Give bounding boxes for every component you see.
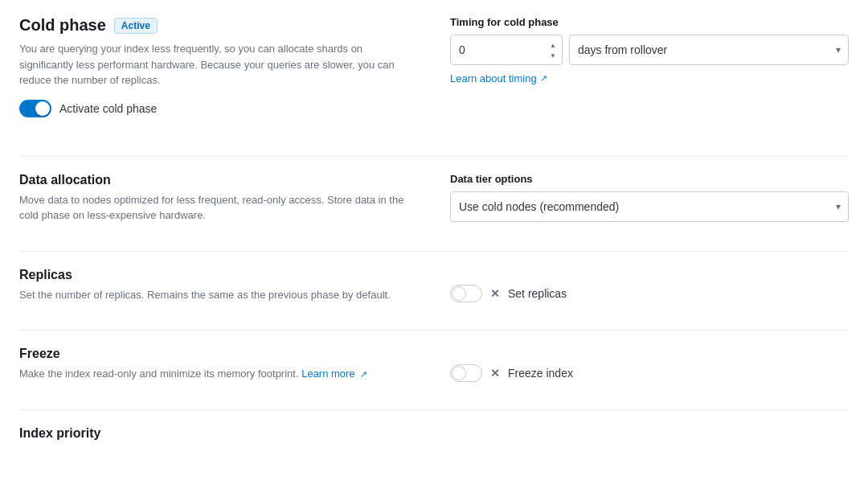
data-tier-label: Data tier options <box>450 173 849 185</box>
data-allocation-title: Data allocation <box>19 173 418 187</box>
data-tier-select-wrap: Use cold nodes (recommended) Use warm or… <box>450 191 849 222</box>
timing-select-wrap: days from rollover hours from rollover m… <box>569 35 849 65</box>
toggle-thumb <box>35 101 50 116</box>
data-tier-dropdown[interactable]: Use cold nodes (recommended) Use warm or… <box>450 191 849 222</box>
learn-about-timing-link[interactable]: Learn about timing ↗ <box>450 72 547 84</box>
freeze-left: Freeze Make the index read-only and mini… <box>19 347 418 393</box>
phase-description: You are querying your index less frequen… <box>19 41 418 88</box>
cold-phase-panel: Cold phase Active You are querying your … <box>0 0 868 462</box>
replicas-section: Replicas Set the number of replicas. Rem… <box>19 251 849 331</box>
replicas-toggle-thumb <box>452 286 466 301</box>
freeze-learn-more-link[interactable]: Learn more ↗ <box>301 366 366 382</box>
learn-timing-text: Learn about timing <box>450 72 537 84</box>
activate-toggle-row: Activate cold phase <box>19 100 418 117</box>
data-allocation-section: Data allocation Move data to nodes optim… <box>19 156 849 251</box>
replicas-toggle-row: ✕ Set replicas <box>450 285 567 302</box>
replicas-x-icon: ✕ <box>490 287 500 300</box>
data-allocation-left: Data allocation Move data to nodes optim… <box>19 173 418 235</box>
spinner-buttons: ▲ ▼ <box>547 40 559 60</box>
data-allocation-right: Data tier options Use cold nodes (recomm… <box>450 173 849 235</box>
freeze-external-icon: ↗ <box>360 368 367 381</box>
external-link-icon: ↗ <box>540 73 547 84</box>
phase-header-left: Cold phase Active You are querying your … <box>19 16 418 140</box>
activate-toggle-label: Activate cold phase <box>59 102 157 115</box>
active-badge: Active <box>114 18 158 34</box>
index-priority-section: Index priority <box>19 409 849 441</box>
index-priority-title: Index priority <box>19 426 849 441</box>
freeze-description: Make the index read-only and minimize it… <box>19 366 418 382</box>
freeze-x-icon: ✕ <box>490 367 500 380</box>
activate-toggle[interactable] <box>19 100 51 117</box>
data-allocation-description: Move data to nodes optimized for less fr… <box>19 192 418 224</box>
freeze-learn-more-text: Learn more <box>301 366 354 382</box>
freeze-toggle[interactable] <box>450 364 482 382</box>
freeze-toggle-row: ✕ Freeze index <box>450 364 573 382</box>
timing-section: Timing for cold phase ▲ ▼ days from roll… <box>450 16 849 84</box>
spinner-down[interactable]: ▼ <box>547 51 559 60</box>
freeze-label: Freeze index <box>508 367 573 380</box>
replicas-label: Set replicas <box>508 287 567 300</box>
timing-number-wrap: ▲ ▼ <box>450 35 563 65</box>
replicas-toggle[interactable] <box>450 285 482 302</box>
replicas-description: Set the number of replicas. Remains the … <box>19 287 418 303</box>
replicas-right: ✕ Set replicas <box>450 268 849 314</box>
spinner-up[interactable]: ▲ <box>547 40 559 50</box>
timing-label: Timing for cold phase <box>450 16 849 28</box>
freeze-desc-text: Make the index read-only and minimize it… <box>19 368 299 380</box>
freeze-toggle-thumb <box>452 366 466 380</box>
replicas-left: Replicas Set the number of replicas. Rem… <box>19 268 418 314</box>
freeze-title: Freeze <box>19 347 418 361</box>
freeze-section: Freeze Make the index read-only and mini… <box>19 330 849 409</box>
phase-title: Cold phase <box>19 16 106 35</box>
freeze-right: ✕ Freeze index <box>450 347 849 393</box>
timing-number-input[interactable] <box>450 35 563 65</box>
timing-dropdown[interactable]: days from rollover hours from rollover m… <box>569 35 849 65</box>
replicas-title: Replicas <box>19 268 418 282</box>
